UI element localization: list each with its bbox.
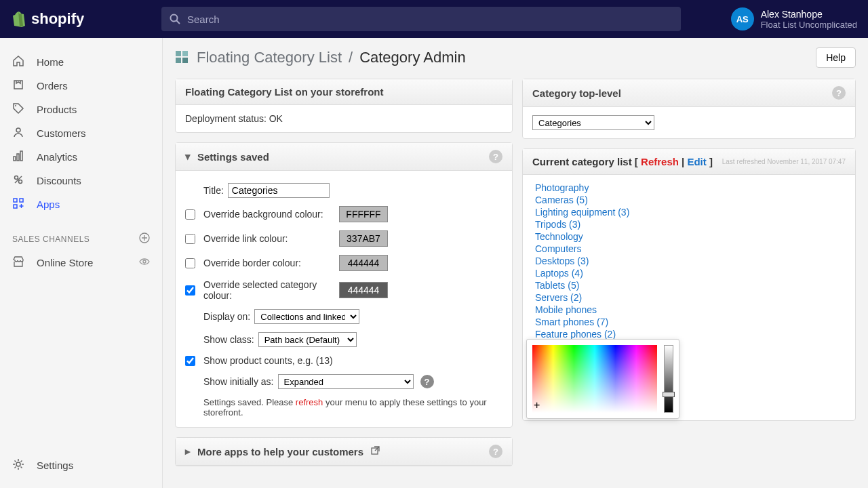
toplevel-title: Category top-level (532, 87, 621, 99)
help-icon[interactable]: ? (420, 375, 434, 388)
color-picker[interactable]: + (526, 339, 679, 419)
category-link[interactable]: Computers (535, 243, 843, 255)
display-label: Display on: (203, 311, 250, 322)
nav-customers[interactable]: Customers (0, 121, 162, 145)
svg-rect-13 (14, 205, 17, 208)
link-checkbox[interactable] (185, 234, 195, 244)
border-label: Override border colour: (203, 258, 339, 268)
brand-text: shopify (31, 10, 84, 28)
catlist-title: Current category list [ Refresh | Edit ] (532, 156, 713, 167)
brightness-slider[interactable] (664, 345, 673, 413)
nav-orders[interactable]: Orders (0, 74, 162, 98)
selcat-checkbox[interactable] (185, 285, 195, 296)
border-color-input[interactable] (339, 255, 388, 271)
toplevel-select[interactable]: Categories (532, 115, 654, 130)
app-icon (175, 50, 190, 65)
svg-point-15 (143, 260, 146, 263)
settings-panel: ▾ Settings saved ? Title: Override backg… (175, 142, 513, 428)
nav-analytics[interactable]: Analytics (0, 145, 162, 169)
refresh-button[interactable]: Refresh (641, 156, 679, 167)
nav-apps[interactable]: Apps (0, 192, 162, 216)
breadcrumb-app[interactable]: Floating Category List (197, 49, 342, 66)
discounts-icon (12, 174, 27, 188)
showclass-select[interactable]: Path back (Default) (258, 332, 357, 347)
settings-title: Settings saved (197, 151, 269, 163)
svg-rect-17 (176, 51, 181, 56)
store-icon (12, 256, 27, 270)
nav-home[interactable]: Home (0, 50, 162, 74)
category-link[interactable]: Tripods (3) (535, 218, 843, 230)
help-icon[interactable]: ? (489, 445, 502, 458)
bg-label: Override background colour: (203, 209, 339, 220)
apps-icon (12, 197, 27, 211)
help-icon[interactable]: ? (832, 86, 846, 100)
user-name: Alex Stanhope (761, 9, 857, 20)
nav-products[interactable]: Products (0, 98, 162, 121)
user-menu[interactable]: AS Alex Stanhope Float List Uncomplicate… (731, 7, 857, 30)
more-apps-panel: ▸ More apps to help your customers ? (175, 437, 513, 466)
deploy-status: Deployment status: OK (185, 113, 283, 124)
category-link[interactable]: Tablets (5) (535, 279, 843, 291)
more-apps-title: More apps to help your customers (197, 446, 363, 458)
counts-checkbox[interactable] (185, 356, 195, 366)
border-checkbox[interactable] (185, 258, 195, 268)
category-link[interactable]: Lighting equipment (3) (535, 206, 843, 218)
nav-discounts[interactable]: Discounts (0, 169, 162, 192)
slider-handle[interactable] (663, 392, 675, 397)
svg-rect-7 (20, 151, 22, 161)
nav-settings[interactable]: Settings (0, 453, 162, 477)
svg-point-3 (15, 105, 16, 106)
category-link[interactable]: Cameras (5) (535, 194, 843, 206)
avatar: AS (731, 7, 754, 30)
svg-point-8 (15, 176, 18, 180)
orders-icon (12, 79, 27, 93)
selcat-label: Override selected category colour: (203, 279, 339, 301)
bg-color-input[interactable] (339, 206, 388, 222)
link-color-input[interactable] (339, 230, 388, 247)
category-link[interactable]: Servers (2) (535, 291, 843, 304)
svg-line-1 (176, 20, 180, 24)
category-link[interactable]: Laptops (4) (535, 267, 843, 279)
analytics-icon (12, 150, 27, 164)
brand-logo[interactable]: shopify (11, 10, 161, 28)
chevron-down-icon[interactable]: ▾ (185, 150, 191, 163)
color-spectrum[interactable]: + (532, 345, 657, 413)
search-input[interactable] (161, 7, 681, 31)
bg-checkbox[interactable] (185, 209, 195, 220)
svg-rect-5 (14, 157, 16, 161)
category-link[interactable]: Technology (535, 230, 843, 243)
svg-rect-19 (176, 58, 181, 63)
last-refreshed: Last refreshed November 11, 2017 07:47 (722, 158, 846, 165)
edit-button[interactable]: Edit (687, 156, 706, 167)
nav-online-store[interactable]: Online Store (0, 251, 162, 274)
category-link[interactable]: Smart phones (7) (535, 316, 843, 328)
initial-select[interactable]: Expanded (278, 374, 414, 389)
deployment-panel: Floating Category List on your storefron… (175, 79, 513, 133)
title-input[interactable] (228, 183, 330, 198)
category-link[interactable]: Photography (535, 182, 843, 194)
svg-rect-20 (182, 58, 188, 63)
display-select[interactable]: Collections and linked p (254, 309, 359, 324)
user-shop: Float List Uncomplicated (761, 20, 857, 30)
svg-rect-18 (182, 51, 188, 56)
help-icon[interactable]: ? (489, 150, 502, 163)
chevron-right-icon[interactable]: ▸ (185, 445, 191, 458)
category-link[interactable]: Desktops (3) (535, 255, 843, 267)
popup-icon[interactable] (370, 445, 380, 458)
eye-icon[interactable] (139, 256, 150, 269)
svg-rect-11 (14, 199, 17, 202)
sidebar: Home Orders Products Customers Analytics… (0, 38, 163, 488)
link-label: Override link colour: (203, 233, 339, 244)
title-label: Title: (203, 185, 224, 196)
category-link[interactable]: Mobile phones (535, 304, 843, 316)
add-channel-icon[interactable] (139, 232, 150, 245)
refresh-link[interactable]: refresh (296, 397, 323, 407)
breadcrumb-page: Category Admin (359, 49, 466, 66)
home-icon (12, 55, 27, 69)
showclass-label: Show class: (203, 334, 254, 345)
sales-channels-header: SALES CHANNELS (0, 216, 162, 251)
svg-rect-6 (17, 154, 19, 161)
selcat-color-input[interactable] (339, 282, 388, 298)
help-button[interactable]: Help (816, 47, 856, 68)
svg-rect-12 (20, 199, 23, 202)
